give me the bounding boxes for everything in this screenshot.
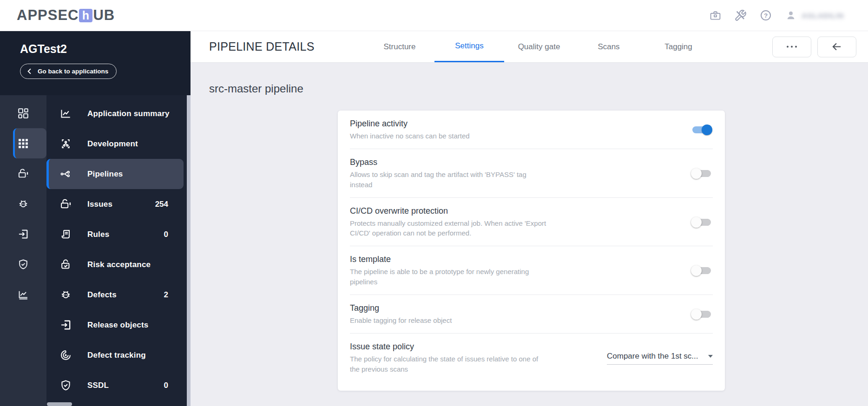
issue-state-policy-value: Compare with the 1st sc... bbox=[607, 352, 704, 361]
is-template-toggle[interactable] bbox=[692, 267, 711, 274]
sidebar-item-label: Issues bbox=[87, 200, 112, 209]
help-icon[interactable]: ? bbox=[759, 9, 772, 22]
sidebar-app-header: AGTest2 Go back to applications bbox=[0, 31, 191, 95]
pipeline-icon bbox=[59, 168, 72, 180]
setting-row: Is template The pipeline is able to be a… bbox=[338, 246, 725, 295]
tab-structure[interactable]: Structure bbox=[365, 31, 434, 62]
page-title: PIPELINE DETAILS bbox=[209, 40, 315, 53]
briefcase-icon[interactable] bbox=[709, 9, 722, 22]
tab-quality-gate[interactable]: Quality gate bbox=[504, 31, 574, 62]
sidebar-item-risk-acceptance[interactable]: Risk acceptance bbox=[46, 249, 191, 280]
sidebar-item-label: Pipelines bbox=[87, 170, 123, 179]
unlock-alert-icon bbox=[17, 168, 29, 180]
setting-description: When inactive no scans can be started bbox=[350, 131, 470, 141]
arrow-left-icon bbox=[831, 41, 843, 53]
back-button[interactable] bbox=[817, 36, 856, 57]
shield-check-icon bbox=[17, 258, 29, 270]
issues-count-badge: 254 bbox=[155, 200, 168, 209]
rail-item-release-objects[interactable] bbox=[0, 219, 46, 249]
sidebar-item-label: Release objects bbox=[87, 321, 149, 330]
chart-icon bbox=[17, 288, 29, 301]
rail-item-issues[interactable] bbox=[0, 158, 46, 189]
sidebar-item-defects[interactable]: Defects 2 bbox=[46, 280, 191, 310]
go-back-label: Go back to applications bbox=[38, 68, 108, 75]
setting-title: CI/CD overwrite protection bbox=[350, 206, 550, 216]
tracking-icon bbox=[59, 349, 72, 361]
sidebar-item-defect-tracking[interactable]: Defect tracking bbox=[46, 340, 191, 370]
topbar-actions: ? AGLADILIN bbox=[709, 9, 844, 22]
sidebar-item-label: Defects bbox=[87, 290, 117, 300]
pipeline-settings-card: Pipeline activity When inactive no scans… bbox=[338, 111, 725, 391]
line-chart-icon bbox=[59, 107, 72, 120]
page-header: PIPELINE DETAILS Structure Settings Qual… bbox=[191, 31, 868, 63]
user-menu[interactable]: AGLADILIN bbox=[785, 9, 844, 21]
icon-rail bbox=[0, 95, 46, 406]
sidebar-item-pipelines[interactable]: Pipelines bbox=[46, 159, 184, 189]
tab-scans[interactable]: Scans bbox=[574, 31, 644, 62]
pipeline-heading: src-master pipeline bbox=[209, 82, 868, 95]
setting-row: Issue state policy The policy for calcul… bbox=[338, 334, 725, 391]
setting-row: Bypass Allows to skip scan and tag the a… bbox=[338, 149, 725, 198]
go-back-button[interactable]: Go back to applications bbox=[20, 64, 117, 79]
setting-title: Bypass bbox=[350, 157, 550, 167]
sidebar-item-label: Risk acceptance bbox=[87, 260, 151, 269]
exit-icon bbox=[59, 319, 72, 331]
defects-count-badge: 2 bbox=[164, 290, 168, 300]
sidebar-item-application-summary[interactable]: Application summary bbox=[46, 98, 191, 129]
bypass-toggle[interactable] bbox=[692, 170, 711, 177]
app-logo[interactable]: APPSEC h UB bbox=[17, 7, 115, 24]
user-name: AGLADILIN bbox=[802, 12, 844, 20]
main-content: PIPELINE DETAILS Structure Settings Qual… bbox=[191, 31, 868, 406]
logo-h-block: h bbox=[79, 9, 92, 22]
sidebar-menu: Application summary Development bbox=[46, 95, 191, 406]
more-options-button[interactable] bbox=[772, 36, 811, 57]
setting-description: Protects manually customized external jo… bbox=[350, 218, 550, 238]
sidebar-item-development[interactable]: Development bbox=[46, 129, 191, 159]
unlock-alert-icon bbox=[59, 198, 72, 210]
lock-check-icon bbox=[59, 258, 72, 271]
rail-item-dashboard[interactable] bbox=[0, 98, 46, 128]
sidebar-horizontal-scrollbar-thumb[interactable] bbox=[47, 402, 72, 406]
setting-description: The pipeline is able to be a prototype f… bbox=[350, 267, 550, 287]
more-options-icon bbox=[787, 46, 789, 48]
rail-item-statistics[interactable] bbox=[0, 279, 46, 309]
topbar: APPSEC h UB ? bbox=[0, 0, 868, 31]
rail-item-grid[interactable] bbox=[13, 128, 46, 158]
sidebar-item-ssdl[interactable]: SSDL 0 bbox=[46, 370, 191, 400]
sidebar-vertical-scrollbar[interactable] bbox=[187, 95, 191, 406]
tab-settings[interactable]: Settings bbox=[434, 31, 504, 62]
sidebar-item-rules[interactable]: Rules 0 bbox=[46, 219, 191, 249]
rules-count-badge: 0 bbox=[164, 230, 168, 239]
setting-description: Allows to skip scan and tag the artifact… bbox=[350, 170, 550, 190]
sidebar-item-release-objects[interactable]: Release objects bbox=[46, 310, 191, 340]
rail-item-ssdl[interactable] bbox=[0, 249, 46, 279]
grid-icon bbox=[17, 138, 29, 150]
setting-title: Is template bbox=[350, 255, 550, 264]
sidebar-item-label: Development bbox=[87, 139, 138, 149]
sidebar-item-label: Application summary bbox=[87, 109, 170, 118]
application-name: AGTest2 bbox=[20, 42, 191, 56]
logo-text-suffix: UB bbox=[93, 7, 115, 24]
sidebar-item-label: SSDL bbox=[87, 381, 109, 390]
dev-branch-icon bbox=[59, 138, 72, 150]
bug-icon bbox=[59, 288, 72, 301]
rail-item-defects[interactable] bbox=[0, 189, 46, 219]
tools-icon[interactable] bbox=[734, 9, 747, 22]
setting-description: Enable tagging for release object bbox=[350, 315, 452, 325]
user-icon bbox=[785, 9, 797, 21]
cicd-overwrite-protection-toggle[interactable] bbox=[692, 219, 711, 226]
tab-tagging[interactable]: Tagging bbox=[644, 31, 713, 62]
setting-title: Tagging bbox=[350, 303, 452, 313]
tagging-toggle[interactable] bbox=[692, 311, 711, 318]
setting-row: Tagging Enable tagging for release objec… bbox=[338, 295, 725, 334]
issue-state-policy-select[interactable]: Compare with the 1st sc... bbox=[607, 352, 713, 365]
sidebar-item-label: Rules bbox=[87, 230, 109, 239]
sidebar-item-issues[interactable]: Issues 254 bbox=[46, 189, 191, 219]
tab-bar: Structure Settings Quality gate Scans Ta… bbox=[365, 31, 713, 62]
pipeline-activity-toggle[interactable] bbox=[692, 126, 711, 133]
setting-row: CI/CD overwrite protection Protects manu… bbox=[338, 198, 725, 247]
header-actions bbox=[772, 36, 856, 57]
sidebar: AGTest2 Go back to applications bbox=[0, 31, 191, 406]
setting-title: Pipeline activity bbox=[350, 119, 470, 129]
svg-text:?: ? bbox=[764, 12, 768, 19]
